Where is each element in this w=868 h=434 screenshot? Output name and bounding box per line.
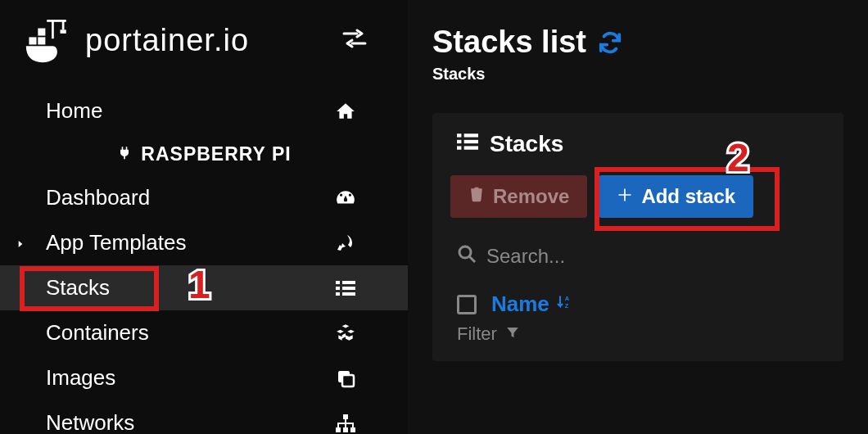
sidebar-item-label: Home xyxy=(46,98,329,124)
svg-rect-22 xyxy=(464,140,478,143)
sidebar-item-networks[interactable]: Networks xyxy=(0,400,408,434)
filter-label: Filter xyxy=(457,323,497,345)
sort-az-icon: AZ xyxy=(556,292,572,317)
page-title: Stacks list xyxy=(432,25,586,60)
svg-rect-23 xyxy=(457,146,461,149)
annotation-badge-2: 2 xyxy=(727,135,749,180)
svg-rect-14 xyxy=(342,375,354,387)
column-label: Name xyxy=(491,292,549,317)
page-header: Stacks list xyxy=(432,25,843,60)
filter-row[interactable]: Filter xyxy=(432,320,843,361)
sidebar-toggle-icon[interactable] xyxy=(342,29,367,52)
svg-rect-15 xyxy=(343,414,348,419)
annotation-badge-1: 1 xyxy=(188,262,210,307)
svg-rect-12 xyxy=(342,292,355,296)
svg-rect-1 xyxy=(38,37,45,44)
sidebar-item-home[interactable]: Home xyxy=(0,88,408,133)
button-label: Remove xyxy=(493,185,569,208)
svg-rect-11 xyxy=(336,292,340,296)
sidebar-item-app-templates[interactable]: App Templates xyxy=(0,220,408,265)
table-header: Name AZ xyxy=(432,280,843,320)
list-icon xyxy=(457,131,478,157)
svg-rect-16 xyxy=(336,427,341,432)
svg-point-25 xyxy=(459,246,471,258)
sidebar-item-label: Dashboard xyxy=(46,185,329,210)
sidebar-item-images[interactable]: Images xyxy=(0,355,408,400)
breadcrumb: Stacks xyxy=(432,65,843,84)
sidebar-item-label: Containers xyxy=(46,320,329,346)
svg-rect-8 xyxy=(342,281,355,284)
svg-rect-18 xyxy=(350,427,355,432)
logo-text: portainer.io xyxy=(85,23,249,58)
sitemap-icon xyxy=(329,414,362,433)
panel-header: Stacks xyxy=(432,113,843,170)
list-icon xyxy=(329,279,362,297)
search-input[interactable] xyxy=(486,245,819,268)
home-icon xyxy=(329,101,362,122)
plug-icon xyxy=(116,143,133,165)
filter-icon xyxy=(505,323,520,345)
svg-text:Z: Z xyxy=(565,302,569,310)
svg-rect-2 xyxy=(38,29,45,36)
svg-rect-9 xyxy=(336,287,340,290)
svg-rect-10 xyxy=(342,287,355,290)
select-all-checkbox[interactable] xyxy=(457,295,477,314)
search-icon xyxy=(457,244,477,269)
plus-icon xyxy=(617,185,633,208)
main-content: Stacks list Stacks Stacks xyxy=(408,0,868,434)
sidebar-item-label: App Templates xyxy=(46,230,329,255)
button-label: Add stack xyxy=(641,185,735,208)
portainer-logo-icon xyxy=(25,16,72,64)
sidebar-item-label: Stacks xyxy=(46,275,329,301)
column-name[interactable]: Name AZ xyxy=(491,292,572,317)
cubes-icon xyxy=(329,323,362,344)
sidebar-item-endpoint[interactable]: RASPBERRY PI xyxy=(0,133,408,175)
add-stack-button[interactable]: Add stack xyxy=(599,175,753,218)
sidebar-item-containers[interactable]: Containers xyxy=(0,310,408,355)
svg-rect-24 xyxy=(464,146,478,149)
svg-rect-21 xyxy=(457,140,461,143)
sidebar-item-dashboard[interactable]: Dashboard xyxy=(0,175,408,220)
chevron-right-icon xyxy=(15,230,26,255)
gauge-icon xyxy=(329,188,362,209)
sidebar-item-label: Networks xyxy=(46,410,329,434)
refresh-icon[interactable] xyxy=(598,30,622,55)
sidebar-item-label: Images xyxy=(46,365,329,391)
panel-toolbar: Remove Add stack xyxy=(432,170,843,233)
stacks-panel: Stacks Remove Add stack xyxy=(432,113,843,361)
svg-rect-7 xyxy=(336,281,340,284)
remove-button[interactable]: Remove xyxy=(450,175,587,218)
clone-icon xyxy=(329,368,362,388)
search-row xyxy=(432,233,843,280)
svg-rect-19 xyxy=(457,133,461,137)
svg-rect-20 xyxy=(464,133,478,137)
panel-title: Stacks xyxy=(490,131,563,157)
sidebar-item-label: RASPBERRY PI xyxy=(141,143,291,165)
nav: Home RASPBERRY PI Dashboard App Template… xyxy=(0,80,408,434)
rocket-icon xyxy=(329,233,362,253)
sidebar: portainer.io Home RASPBERRY PI Dashboard xyxy=(0,0,408,434)
svg-rect-0 xyxy=(29,37,36,44)
svg-rect-6 xyxy=(61,29,66,34)
svg-line-26 xyxy=(469,256,475,262)
logo-row: portainer.io xyxy=(0,0,408,80)
svg-rect-17 xyxy=(343,427,348,432)
trash-icon xyxy=(468,185,485,208)
